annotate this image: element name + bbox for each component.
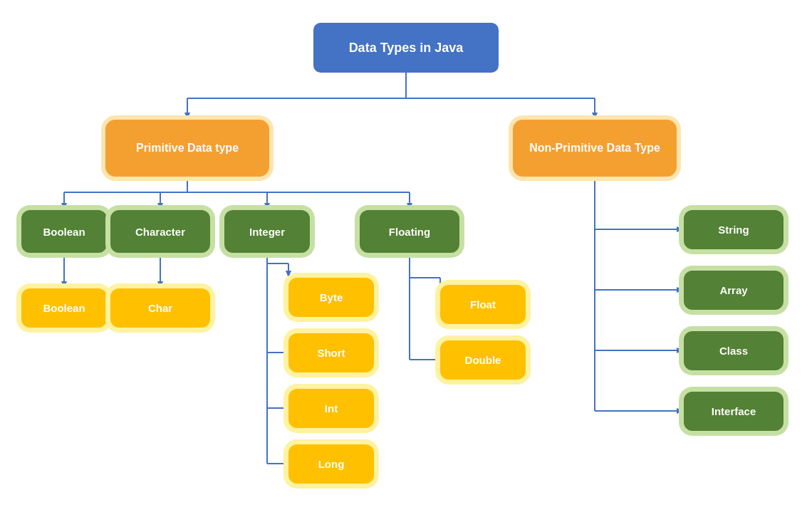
svg-marker-19 <box>61 281 67 288</box>
svg-marker-43 <box>677 226 684 232</box>
svg-marker-14 <box>264 203 270 210</box>
node-short: Short <box>288 333 374 372</box>
svg-marker-12 <box>157 203 163 210</box>
node-byte: Byte <box>288 278 374 317</box>
node-boolean-heading: Boolean <box>21 210 107 253</box>
node-int: Int <box>288 389 374 428</box>
svg-marker-3 <box>184 113 190 120</box>
node-character: Character <box>110 210 210 253</box>
node-char: Char <box>110 288 210 328</box>
svg-marker-21 <box>157 281 163 288</box>
node-nonprimitive: Non-Primitive Data Type <box>513 120 677 177</box>
svg-marker-49 <box>677 348 684 353</box>
node-class: Class <box>684 331 784 370</box>
node-array: Array <box>684 271 784 310</box>
node-boolean-value: Boolean <box>21 288 107 328</box>
diagram: Data Types in Java Primitive Data type N… <box>0 0 812 527</box>
node-double: Double <box>440 340 526 380</box>
svg-marker-46 <box>677 287 684 293</box>
node-root: Data Types in Java <box>313 23 499 73</box>
svg-marker-25 <box>286 271 291 278</box>
node-primitive: Primitive Data type <box>105 120 269 177</box>
node-floating: Floating <box>360 210 459 253</box>
node-string: String <box>684 210 784 249</box>
svg-marker-10 <box>61 203 67 210</box>
svg-marker-6 <box>592 113 598 120</box>
node-integer: Integer <box>224 210 310 253</box>
svg-marker-52 <box>677 408 684 414</box>
connectors-svg <box>0 0 812 527</box>
node-interface: Interface <box>684 392 784 431</box>
node-long: Long <box>288 444 374 484</box>
svg-marker-17 <box>407 203 412 210</box>
node-float: Float <box>440 285 526 324</box>
